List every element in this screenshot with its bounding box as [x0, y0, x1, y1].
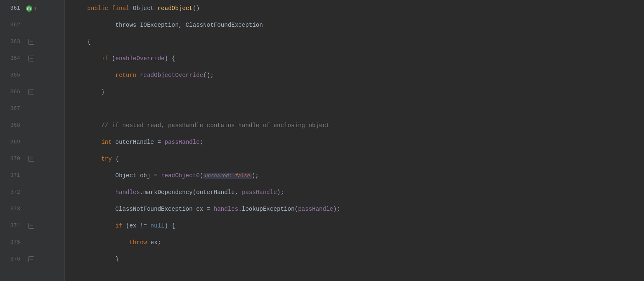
line-number: 367 [0, 105, 25, 113]
gutter-row: 365 [0, 67, 64, 84]
gutter-icon-area[interactable] [25, 223, 38, 229]
code-line: return readObjectOverride(); [73, 67, 214, 84]
gutter-row: 362 [0, 17, 64, 33]
gutter-row: 369 [0, 134, 64, 151]
gutter-row: 361 m ↑ [0, 0, 64, 17]
line-numbers-gutter: 361 m ↑ 362363 364 365366 367368369370 3… [0, 0, 65, 281]
code-line: { [73, 33, 91, 50]
gutter-icon-area[interactable]: m ↑ [25, 5, 38, 12]
line-number: 369 [0, 138, 25, 146]
line-number: 376 [0, 255, 25, 263]
code-line: throw ex; [73, 234, 161, 251]
gutter-icon-area[interactable] [25, 256, 38, 262]
code-row: handles.markDependency(outerHandle, pass… [65, 184, 644, 201]
gutter-row: 371 [0, 167, 64, 184]
code-line: handles.markDependency(outerHandle, pass… [73, 184, 284, 201]
line-number: 362 [0, 21, 25, 29]
gutter-row: 370 [0, 151, 64, 167]
gutter-row: 376 [0, 251, 64, 268]
line-number: 375 [0, 238, 25, 247]
code-row: return readObjectOverride(); [65, 67, 644, 84]
code-row: int outerHandle = passHandle; [65, 134, 644, 151]
gutter-icon-area[interactable] [25, 56, 38, 61]
code-row: throws IOException, ClassNotFoundExcepti… [65, 17, 644, 33]
code-row: try { [65, 151, 644, 167]
code-line: public final Object readObject() [73, 0, 200, 17]
gutter-icon-area[interactable] [25, 156, 38, 162]
code-editor: 361 m ↑ 362363 364 365366 367368369370 3… [0, 0, 644, 281]
line-number: 364 [0, 54, 25, 63]
code-row: // if nested read, passHandle contains h… [65, 117, 644, 134]
code-row: { [65, 33, 644, 50]
code-row [65, 100, 644, 117]
code-row: throw ex; [65, 234, 644, 251]
code-row: Object obj = readObject0(unshared: false… [65, 167, 644, 184]
line-number: 366 [0, 88, 25, 96]
code-line: int outerHandle = passHandle; [73, 134, 203, 151]
line-number: 368 [0, 121, 25, 130]
gutter-row: 366 [0, 84, 64, 100]
code-line: // if nested read, passHandle contains h… [73, 117, 330, 134]
code-row: if (ex != null) { [65, 217, 644, 234]
code-line: Object obj = readObject0(unshared: false… [73, 167, 259, 184]
code-content-area: public final Object readObject() throws … [65, 0, 644, 281]
code-row: if (enableOverride) { [65, 50, 644, 67]
gutter-row: 372 [0, 184, 64, 201]
param-hint: unshared: false [203, 173, 252, 179]
line-number: 361 [0, 4, 25, 13]
line-number: 365 [0, 71, 25, 79]
code-row: public final Object readObject() [65, 0, 644, 17]
code-line: } [73, 84, 105, 100]
code-line: if (enableOverride) { [73, 50, 175, 67]
code-line: ClassNotFoundException ex = handles.look… [73, 201, 340, 217]
gutter-row: 368 [0, 117, 64, 134]
code-line: if (ex != null) { [73, 217, 175, 234]
gutter-row: 373 [0, 201, 64, 217]
code-row: ClassNotFoundException ex = handles.look… [65, 201, 644, 217]
gutter-icon-area[interactable] [25, 89, 38, 95]
line-number: 373 [0, 205, 25, 213]
code-line: } [73, 251, 119, 268]
gutter-row: 364 [0, 50, 64, 67]
code-line: throws IOException, ClassNotFoundExcepti… [73, 17, 263, 33]
code-row: } [65, 84, 644, 100]
gutter-row: 367 [0, 100, 64, 117]
gutter-icon-area[interactable] [25, 39, 38, 45]
code-line: try { [73, 151, 119, 167]
line-number: 371 [0, 171, 25, 180]
line-number: 374 [0, 222, 25, 230]
gutter-row: 374 [0, 217, 64, 234]
gutter-row: 363 [0, 33, 64, 50]
code-row: } [65, 251, 644, 268]
gutter-row: 375 [0, 234, 64, 251]
line-number: 370 [0, 155, 25, 163]
line-number: 372 [0, 188, 25, 197]
line-number: 363 [0, 38, 25, 46]
